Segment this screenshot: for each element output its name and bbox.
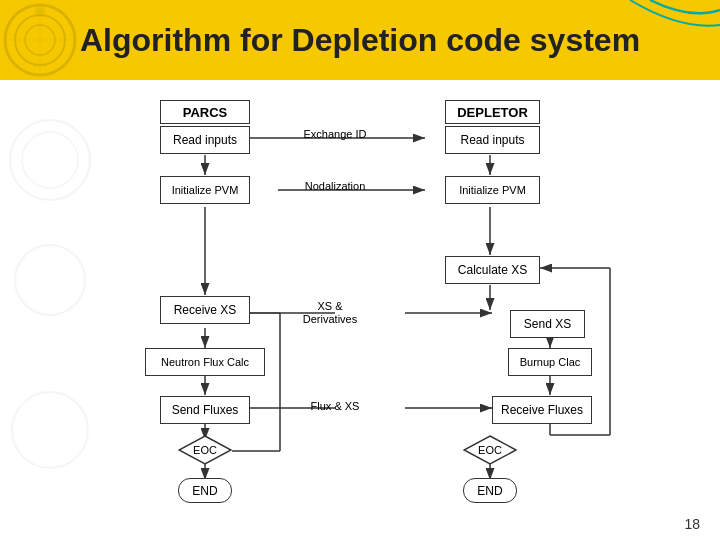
depletor-eoc-diamond: EOC — [463, 435, 517, 465]
parcs-end-box: END — [178, 478, 232, 503]
parcs-eoc-diamond: EOC — [178, 435, 232, 465]
content-area: PARCS DEPLETOR Read inputs Read inputs E… — [0, 80, 720, 540]
page-number: 18 — [684, 516, 700, 532]
depletor-label: DEPLETOR — [445, 100, 540, 124]
header-decoration — [0, 0, 80, 80]
send-xs-box: Send XS — [510, 310, 585, 338]
header-bar: Algorithm for Depletion code system — [0, 0, 720, 80]
page-title: Algorithm for Depletion code system — [80, 22, 640, 59]
receive-xs-box: Receive XS — [160, 296, 250, 324]
send-fluxes-box: Send Fluxes — [160, 396, 250, 424]
nodalization-label: Nodalization — [295, 180, 375, 192]
diagram: PARCS DEPLETOR Read inputs Read inputs E… — [30, 100, 690, 500]
depletor-initialize-pvm-box: Initialize PVM — [445, 176, 540, 204]
parcs-read-inputs-box: Read inputs — [160, 126, 250, 154]
header-curve — [570, 0, 720, 80]
depletor-read-inputs-box: Read inputs — [445, 126, 540, 154]
calculate-xs-box: Calculate XS — [445, 256, 540, 284]
exchange-id-label: Exchange ID — [295, 128, 375, 140]
burnup-clac-box: Burnup Clac — [508, 348, 592, 376]
parcs-initialize-pvm-box: Initialize PVM — [160, 176, 250, 204]
neutron-flux-calc-box: Neutron Flux Calc — [145, 348, 265, 376]
xs-derivatives-label: XS & Derivatives — [290, 300, 370, 326]
parcs-label: PARCS — [160, 100, 250, 124]
flux-xs-label: Flux & XS — [295, 400, 375, 412]
receive-fluxes-box: Receive Fluxes — [492, 396, 592, 424]
depletor-end-box: END — [463, 478, 517, 503]
